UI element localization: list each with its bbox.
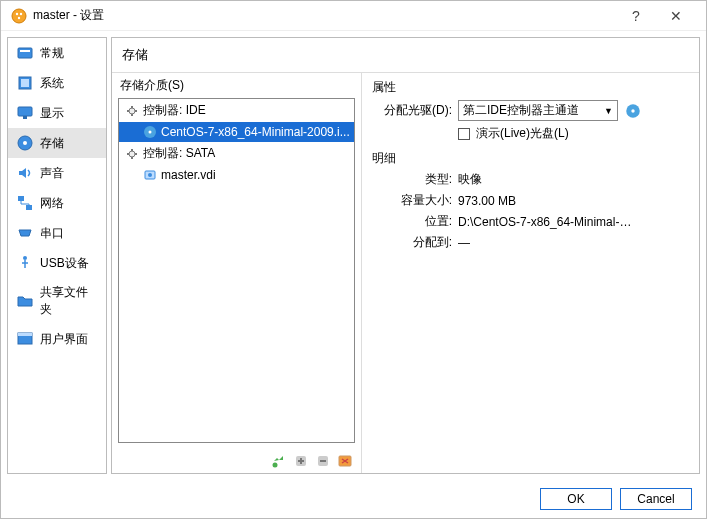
tree-label: master.vdi	[161, 168, 216, 182]
attributes-group: 属性 分配光驱(D): 第二IDE控制器主通道 ▼ 演示(Live)光盘(L)	[372, 79, 689, 142]
network-icon	[16, 194, 34, 212]
svg-point-20	[129, 151, 135, 157]
size-label: 容量大小:	[372, 192, 452, 209]
type-row: 类型: 映像	[372, 171, 689, 188]
window-title: master - 设置	[33, 7, 616, 24]
svg-point-22	[148, 173, 152, 177]
drive-value: 第二IDE控制器主通道	[463, 102, 579, 119]
svg-rect-8	[18, 107, 32, 116]
assigned-label: 分配到:	[372, 234, 452, 251]
system-icon	[16, 74, 34, 92]
sidebar-item-label: 常规	[40, 45, 64, 62]
serial-icon	[16, 224, 34, 242]
display-icon	[16, 104, 34, 122]
storage-tree[interactable]: 控制器: IDE CentOS-7-x86_64-Minimal-2009.i.…	[118, 98, 355, 443]
add-controller-icon[interactable]	[271, 453, 287, 469]
sidebar-item-audio[interactable]: 声音	[8, 158, 106, 188]
live-label: 演示(Live)光盘(L)	[476, 125, 569, 142]
drive-label: 分配光驱(D):	[372, 102, 452, 119]
sidebar-item-label: 声音	[40, 165, 64, 182]
sidebar-item-storage[interactable]: 存储	[8, 128, 106, 158]
details-group: 明细 类型: 映像 容量大小: 973.00 MB 位置: D:\CentOS-…	[372, 150, 689, 251]
sidebar-item-general[interactable]: 常规	[8, 38, 106, 68]
sidebar-item-label: 用户界面	[40, 331, 88, 348]
details-title: 明细	[372, 150, 689, 167]
svg-point-2	[20, 12, 22, 14]
svg-point-28	[631, 109, 634, 112]
svg-point-1	[16, 12, 18, 14]
choose-disk-button[interactable]	[624, 102, 642, 120]
svg-point-3	[18, 16, 20, 18]
svg-point-19	[149, 131, 152, 134]
sidebar-item-label: 系统	[40, 75, 64, 92]
sidebar-item-display[interactable]: 显示	[8, 98, 106, 128]
loc-value: D:\CentOS-7-x86_64-Minimal-2009.iso	[458, 215, 638, 229]
disc-icon	[143, 125, 157, 139]
section-title: 存储	[112, 38, 699, 73]
tree-item-ide-disc[interactable]: CentOS-7-x86_64-Minimal-2009.i...	[119, 122, 354, 142]
size-value: 973.00 MB	[458, 194, 516, 208]
chevron-down-icon: ▼	[604, 106, 613, 116]
svg-rect-7	[21, 79, 29, 87]
sidebar-item-serial[interactable]: 串口	[8, 218, 106, 248]
loc-label: 位置:	[372, 213, 452, 230]
tree-controller-ide[interactable]: 控制器: IDE	[119, 99, 354, 122]
sidebar: 常规 系统 显示 存储 声音 网络 串口 USB设备	[7, 37, 107, 474]
sidebar-item-ui[interactable]: 用户界面	[8, 324, 106, 354]
dialog-footer: OK Cancel	[1, 480, 706, 518]
storage-icon	[16, 134, 34, 152]
app-icon	[11, 8, 27, 24]
size-row: 容量大小: 973.00 MB	[372, 192, 689, 209]
tree-toolbar	[112, 449, 361, 473]
remove-controller-icon[interactable]	[337, 453, 353, 469]
sidebar-item-usb[interactable]: USB设备	[8, 248, 106, 278]
svg-rect-16	[18, 333, 32, 336]
attributes-title: 属性	[372, 79, 689, 96]
drive-row: 分配光驱(D): 第二IDE控制器主通道 ▼	[372, 100, 689, 121]
svg-rect-12	[18, 196, 24, 201]
svg-rect-9	[23, 116, 27, 119]
remove-attachment-icon[interactable]	[315, 453, 331, 469]
main-panel: 存储 存储介质(S) 控制器: IDE CentOS-7-x86_64-Mini…	[111, 37, 700, 474]
ok-button[interactable]: OK	[540, 488, 612, 510]
controller-icon	[125, 147, 139, 161]
svg-point-0	[12, 9, 26, 23]
tree-item-sata-disk[interactable]: master.vdi	[119, 165, 354, 185]
cancel-button[interactable]: Cancel	[620, 488, 692, 510]
ui-icon	[16, 330, 34, 348]
storage-media-column: 存储介质(S) 控制器: IDE CentOS-7-x86_64-Minimal…	[112, 73, 362, 473]
svg-point-17	[129, 108, 135, 114]
live-checkbox[interactable]	[458, 128, 470, 140]
tree-label: 控制器: IDE	[143, 102, 206, 119]
add-attachment-icon[interactable]	[293, 453, 309, 469]
hdd-icon	[143, 168, 157, 182]
sidebar-item-system[interactable]: 系统	[8, 68, 106, 98]
sidebar-item-label: 串口	[40, 225, 64, 242]
audio-icon	[16, 164, 34, 182]
svg-point-11	[23, 141, 27, 145]
folder-icon	[16, 292, 34, 310]
sidebar-item-label: 显示	[40, 105, 64, 122]
close-button[interactable]: ✕	[656, 8, 696, 24]
content: 常规 系统 显示 存储 声音 网络 串口 USB设备	[1, 31, 706, 480]
live-row: 演示(Live)光盘(L)	[372, 125, 689, 142]
svg-point-23	[273, 463, 278, 468]
type-label: 类型:	[372, 171, 452, 188]
tree-label: 控制器: SATA	[143, 145, 215, 162]
assigned-value: —	[458, 236, 470, 250]
drive-select[interactable]: 第二IDE控制器主通道 ▼	[458, 100, 618, 121]
general-icon	[16, 44, 34, 62]
svg-rect-5	[20, 50, 30, 52]
sidebar-item-label: 存储	[40, 135, 64, 152]
loc-row: 位置: D:\CentOS-7-x86_64-Minimal-2009.iso	[372, 213, 689, 230]
type-value: 映像	[458, 171, 482, 188]
usb-icon	[16, 254, 34, 272]
tree-label: CentOS-7-x86_64-Minimal-2009.i...	[161, 125, 350, 139]
tree-controller-sata[interactable]: 控制器: SATA	[119, 142, 354, 165]
assigned-row: 分配到: —	[372, 234, 689, 251]
sidebar-item-network[interactable]: 网络	[8, 188, 106, 218]
sidebar-item-shared[interactable]: 共享文件夹	[8, 278, 106, 324]
columns: 存储介质(S) 控制器: IDE CentOS-7-x86_64-Minimal…	[112, 73, 699, 473]
help-button[interactable]: ?	[616, 8, 656, 24]
controller-icon	[125, 104, 139, 118]
